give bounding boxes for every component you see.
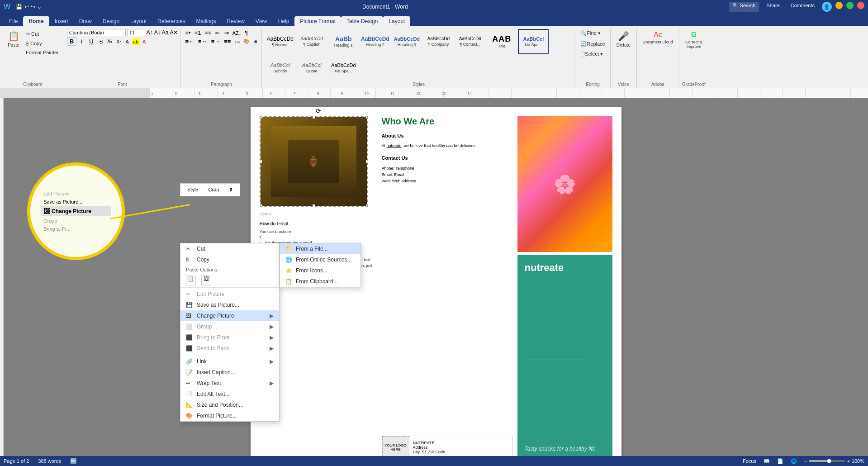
- style-button[interactable]: Style: [183, 185, 202, 195]
- style-nospace2[interactable]: AaBbCcDd No Spa...: [328, 55, 359, 81]
- replace-button[interactable]: 🔄 Replace: [578, 39, 607, 48]
- ctx-link[interactable]: 🔗 Link ▶: [180, 356, 279, 367]
- document-cloud-button[interactable]: Ac Document Cloud: [640, 29, 676, 46]
- style-company[interactable]: AaBbCcDd ¶ Company: [423, 29, 454, 54]
- share-button[interactable]: Share: [763, 2, 783, 12]
- line-spacing-button[interactable]: ↕≡: [233, 38, 241, 45]
- comments-button[interactable]: Comments: [787, 2, 818, 12]
- decrease-indent-button[interactable]: ⇤: [214, 29, 222, 37]
- style-heading3[interactable]: AaBbCcDd Heading 3: [391, 29, 422, 54]
- sub-from-clipboard[interactable]: 📋 From Clipboard...: [280, 276, 360, 287]
- document-area[interactable]: ⟳ 🏺: [4, 98, 868, 466]
- ctx-insert-caption[interactable]: 📝 Insert Caption...: [180, 367, 279, 378]
- text-effects-button[interactable]: A: [124, 38, 130, 45]
- handle-top-left[interactable]: [260, 116, 262, 119]
- paste-button[interactable]: 📋 Paste: [5, 29, 23, 49]
- style-normal[interactable]: AaBbCcDd ¶ Normal: [265, 29, 295, 54]
- dictate-button[interactable]: 🎤 Dictate: [613, 29, 634, 49]
- view-mode-print[interactable]: 📄: [777, 458, 783, 464]
- handle-middle-left[interactable]: [260, 160, 262, 163]
- quick-access-undo[interactable]: ↩: [24, 4, 29, 10]
- ctx-change-picture[interactable]: 🖼 Change Picture ▶: [180, 310, 279, 321]
- ctx-edit-alt-text[interactable]: 📄 Edit Alt Text...: [180, 389, 279, 399]
- cut-button[interactable]: ✂ Cut: [24, 30, 61, 38]
- tab-help[interactable]: Help: [273, 16, 295, 26]
- picture-container[interactable]: ⟳ 🏺: [260, 116, 377, 207]
- style-heading1[interactable]: AaBb Heading 1: [328, 29, 359, 54]
- align-left-button[interactable]: ≡←: [184, 38, 196, 45]
- handle-middle-right[interactable]: [365, 160, 368, 163]
- tab-review[interactable]: Review: [222, 16, 250, 26]
- search-button[interactable]: 🔍 Search: [729, 2, 759, 12]
- tab-references[interactable]: References: [152, 16, 190, 26]
- underline-button[interactable]: U: [86, 37, 96, 46]
- bold-button[interactable]: B: [67, 37, 77, 46]
- ctx-format-picture[interactable]: 🎨 Format Picture...: [180, 410, 279, 421]
- subscript-button[interactable]: X₂: [106, 38, 114, 45]
- superscript-button[interactable]: X²: [115, 38, 123, 45]
- zoom-out-button[interactable]: −: [804, 458, 807, 464]
- sort-button[interactable]: AZ↓: [231, 30, 243, 36]
- style-title[interactable]: AAB Title: [486, 29, 517, 54]
- handle-bottom-left[interactable]: [260, 204, 262, 207]
- tab-mailings[interactable]: Mailings: [190, 16, 221, 26]
- clear-format-button[interactable]: A✕: [170, 29, 178, 36]
- ctx-copy[interactable]: ⎘ Copy: [180, 254, 279, 265]
- ctx-cut[interactable]: ✂ Cut: [180, 243, 279, 254]
- format-painter-button[interactable]: Format Painter: [24, 48, 61, 57]
- picture-box[interactable]: 🏺: [260, 116, 368, 207]
- style-nospace[interactable]: AaBbCcl No Spa...: [518, 29, 549, 54]
- numbering-button[interactable]: ≡1: [193, 29, 203, 37]
- handle-top-middle[interactable]: [312, 116, 316, 119]
- font-size-input[interactable]: [127, 29, 145, 36]
- tab-draw[interactable]: Draw: [74, 16, 97, 26]
- highlight-button[interactable]: ab: [132, 38, 140, 45]
- font-shrink-button[interactable]: A↓: [154, 29, 161, 36]
- tab-picture-format[interactable]: Picture Format: [294, 16, 341, 26]
- sub-from-online[interactable]: 🌐 From Online Sources...: [280, 254, 360, 265]
- tab-table-design[interactable]: Table Design: [341, 16, 383, 26]
- borders-button[interactable]: ⊞: [252, 38, 259, 45]
- sub-from-file[interactable]: 📁 From a File...: [280, 243, 360, 254]
- ctx-wrap-text[interactable]: ↩ Wrap Text ▶: [180, 378, 279, 389]
- maximize-button[interactable]: [846, 2, 854, 9]
- correct-improve-button[interactable]: G Correct & Improve: [682, 29, 706, 51]
- tab-home[interactable]: Home: [23, 16, 49, 26]
- zoom-slider[interactable]: [809, 460, 845, 462]
- tab-layout2[interactable]: Layout: [383, 16, 410, 26]
- tab-file[interactable]: File: [4, 16, 23, 26]
- italic-button[interactable]: I: [78, 37, 85, 46]
- style-caption[interactable]: AaBbCcDd ¶ Caption: [296, 29, 327, 54]
- rotate-handle[interactable]: ⟳: [316, 107, 321, 114]
- profile-button[interactable]: 👤: [822, 2, 832, 12]
- tab-layout[interactable]: Layout: [125, 16, 152, 26]
- tab-view[interactable]: View: [250, 16, 273, 26]
- quick-access-more[interactable]: ⌄: [37, 4, 42, 10]
- ctx-size-position[interactable]: 📐 Size and Position...: [180, 399, 279, 410]
- zoom-in-button[interactable]: +: [847, 458, 849, 464]
- bullets-button[interactable]: ≡•: [184, 29, 192, 37]
- show-formatting-button[interactable]: ¶: [243, 29, 249, 37]
- find-button[interactable]: 🔍 Find ▾: [578, 29, 602, 38]
- copy-button[interactable]: ⎘ Copy: [24, 39, 61, 48]
- quick-access-redo[interactable]: ↪: [31, 4, 35, 10]
- paste-picture[interactable]: 🖼: [201, 276, 211, 285]
- handle-bottom-right[interactable]: [365, 204, 368, 207]
- tab-insert[interactable]: Insert: [49, 16, 74, 26]
- view-mode-web[interactable]: 🌐: [791, 458, 797, 464]
- crop-button[interactable]: Crop: [204, 185, 223, 195]
- quick-access-save[interactable]: 💾: [16, 4, 23, 10]
- callout-save-as-picture[interactable]: Save as Picture...: [41, 198, 111, 205]
- sub-from-icons[interactable]: ⭐ From Icons...: [280, 265, 360, 276]
- minimize-button[interactable]: [835, 2, 843, 9]
- strikethrough-button[interactable]: S: [98, 38, 104, 45]
- shading-button[interactable]: 🎨: [242, 38, 251, 45]
- font-grow-button[interactable]: A↑: [147, 29, 153, 36]
- align-center-button[interactable]: ≡↔: [197, 38, 209, 45]
- tab-design[interactable]: Design: [97, 16, 125, 26]
- font-name-input[interactable]: [67, 29, 126, 36]
- zoom-slider-thumb[interactable]: [827, 459, 831, 463]
- style-contact[interactable]: AaBbCcDd ¶ Contact...: [455, 29, 485, 54]
- style-subtitle[interactable]: AaBbCcl Subtitle: [265, 55, 295, 81]
- justify-button[interactable]: ≡≡: [223, 38, 232, 45]
